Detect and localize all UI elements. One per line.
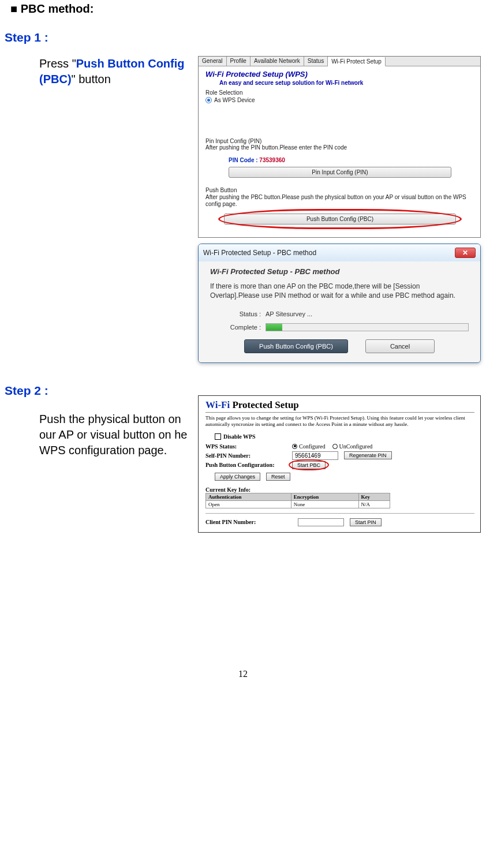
complete-label: Complete : [216,324,261,331]
router-title: Wi-Fi Protected Setup [205,399,474,413]
dialog-cancel-button[interactable]: Cancel [365,339,435,353]
router-title-wifi: Wi-Fi [205,399,230,410]
step2-instruction: Push the physical button on our AP or vi… [39,411,193,458]
dialog-text: If there is more than one AP on the PBC … [210,282,469,300]
self-pin-label: Self-PIN Number: [205,452,292,459]
pin-section-desc: After pushing the PIN button.Please ente… [205,144,474,151]
pbc-section-desc: After pushing the PBC button.Please push… [205,194,474,208]
close-icon: ✕ [462,249,468,257]
wps-title: Wi-Fi Protected Setup (WPS) [205,70,474,78]
client-pin-label: Client PIN Number: [205,519,292,525]
apply-changes-button[interactable]: Apply Changes [215,473,260,481]
wps-utility-panel: General Profile Available Network Status… [198,56,481,238]
pbc-dialog: Wi-Fi Protected Setup - PBC method ✕ Wi-… [198,244,481,363]
tab-available-network[interactable]: Available Network [251,57,304,66]
radio-unconfigured[interactable] [332,444,338,449]
pin-code-value: 73539360 [259,157,285,163]
pbc-section-title: Push Button [205,187,474,194]
progress-fill [266,324,282,331]
key-info-table: Authentication Encryption Key Open None … [205,493,390,508]
tab-general[interactable]: General [199,57,227,66]
td-key: N/A [358,500,390,508]
start-pin-button[interactable]: Start PIN [350,518,382,526]
pbc-config-label: Push Button Configuration: [205,462,292,468]
radio-configured-label: Configured [299,443,326,450]
status-value: AP Sitesurvey ... [266,310,312,317]
role-selection-label: Role Selection [205,89,474,96]
table-header-row: Authentication Encryption Key [206,493,390,500]
td-auth: Open [206,500,291,508]
section-heading: ■ PBC method: [10,2,481,16]
status-label: Status : [216,310,261,317]
radio-configured[interactable] [292,444,297,449]
tab-profile[interactable]: Profile [227,57,251,66]
dialog-title: Wi-Fi Protected Setup - PBC method [203,249,316,257]
disable-wps-label: Disable WPS [223,433,256,440]
client-pin-input[interactable] [298,518,344,526]
wps-status-label: WPS Status: [205,443,292,450]
step1-heading: Step 1 : [5,31,481,44]
self-pin-value: 95661469 [292,451,338,460]
tab-status[interactable]: Status [304,57,328,66]
divider [205,513,474,514]
dialog-heading: Wi-Fi Protected Setup - PBC method [210,267,469,276]
current-key-info-label: Current Key Info: [205,487,474,493]
tab-bar: General Profile Available Network Status… [199,57,480,66]
start-pbc-button[interactable]: Start PBC [292,461,326,469]
tab-wifi-protect-setup[interactable]: Wi-Fi Protect Setup [328,57,386,66]
pin-section-title: Pin Input Config (PIN) [205,138,474,144]
router-desc: This page allows you to change the setti… [205,415,474,428]
regenerate-pin-button[interactable]: Regenerate PIN [344,451,392,459]
th-key: Key [358,493,390,500]
table-row: Open None N/A [206,500,390,508]
reset-button[interactable]: Reset [266,473,290,481]
pin-code-label: PIN Code : [229,157,258,163]
step1-instr-pre: Press " [39,57,76,70]
progress-bar [266,323,469,331]
radio-unconfigured-label: UnConfigured [339,443,373,450]
dialog-pbc-button[interactable]: Push Button Config (PBC) [244,339,348,353]
radio-as-wps-device-label: As WPS Device [214,97,255,103]
router-title-rest: Protected Setup [230,399,299,410]
router-wps-page: Wi-Fi Protected Setup This page allows y… [198,395,481,533]
wps-subtitle: An easy and secure setup solution for Wi… [219,80,474,86]
step1-instr-post: " button [72,73,111,85]
radio-as-wps-device[interactable] [205,97,212,103]
th-enc: Encryption [291,493,358,500]
page-number: 12 [5,669,481,684]
step1-instruction: Press "Push Button Config (PBC)" button [39,56,193,87]
pin-input-config-button[interactable]: Pin Input Config (PIN) [229,167,451,178]
push-button-config-button[interactable]: Push Button Config (PBC) [224,214,456,225]
th-auth: Authentication [206,493,291,500]
disable-wps-checkbox[interactable] [215,433,221,440]
close-button[interactable]: ✕ [455,248,476,258]
td-enc: None [291,500,358,508]
